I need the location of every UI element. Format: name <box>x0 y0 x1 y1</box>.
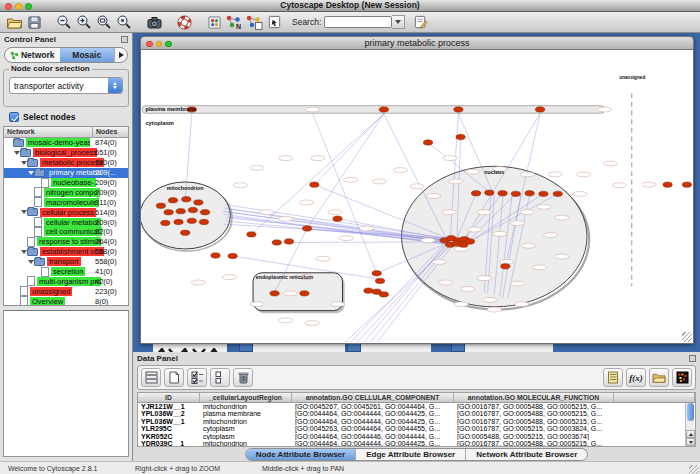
background-window-fragment[interactable] <box>239 343 253 352</box>
network-node[interactable] <box>553 191 562 196</box>
tab-edge-attribute-browser[interactable]: Edge Attribute Browser <box>356 449 466 460</box>
zoom-icon[interactable] <box>165 41 172 48</box>
minimize-button[interactable] <box>15 3 22 10</box>
tree-row[interactable]: biological_process651(0) <box>4 148 128 158</box>
network-node[interactable] <box>188 207 197 212</box>
background-window-fragment[interactable] <box>253 343 345 352</box>
background-window-fragment[interactable] <box>465 343 553 352</box>
filters-button[interactable] <box>244 13 264 32</box>
network-node[interactable] <box>364 288 373 293</box>
network-node[interactable] <box>379 107 388 112</box>
tree-expand-arrow[interactable] <box>27 260 34 264</box>
tree-row[interactable]: establishment of lo558(0) <box>4 247 128 257</box>
table-row[interactable]: YPL036W__1mitochondrion[GO:0044464, GO:0… <box>138 418 695 426</box>
network-node[interactable] <box>270 291 279 296</box>
node-color-dropdown[interactable]: transporter activity <box>9 77 123 94</box>
window-resize-grip[interactable] <box>682 332 692 342</box>
birdseye-view[interactable] <box>3 310 129 457</box>
tree-row[interactable]: mosaic-demo-yeast874(0) <box>4 138 128 148</box>
scrollbar-thumb[interactable] <box>687 403 694 421</box>
float-panel-icon[interactable] <box>689 355 696 362</box>
network-node[interactable] <box>302 226 311 231</box>
table-column-header[interactable]: _cellularLayoutRegion <box>200 393 292 402</box>
network-window-controls[interactable] <box>146 41 172 48</box>
tree-row[interactable]: nitrogen compo209(0) <box>4 187 128 197</box>
network-node[interactable] <box>539 191 548 196</box>
zoom-in-button[interactable] <box>74 13 94 32</box>
annotations-button[interactable] <box>264 13 284 32</box>
zoom-fit-button[interactable] <box>94 13 114 32</box>
network-node[interactable] <box>663 182 672 187</box>
tree-row[interactable]: primary metabo209(... <box>4 168 128 178</box>
tree-row[interactable]: response to stimulu264(0) <box>4 237 128 247</box>
unselect-attributes-button[interactable] <box>210 368 230 387</box>
tree-row[interactable]: transport558(0) <box>4 257 128 267</box>
table-row[interactable]: YPL036W__2plasma membrane[GO:0044464, GO… <box>138 410 695 418</box>
save-session-button[interactable] <box>24 13 44 32</box>
table-row[interactable]: YDR039C__1mitochondrion[GO:0044464, GO:0… <box>138 440 695 447</box>
network-node[interactable] <box>168 198 177 203</box>
formula-builder-button[interactable]: f(x) <box>626 368 646 387</box>
network-node[interactable] <box>456 134 465 139</box>
zoom-selected-button[interactable] <box>114 13 134 32</box>
background-window-fragment[interactable] <box>451 343 465 352</box>
minimize-icon[interactable] <box>156 41 163 48</box>
heatmap-button[interactable] <box>672 368 692 387</box>
network-node[interactable] <box>272 240 281 245</box>
network-node[interactable] <box>310 182 319 187</box>
network-node[interactable] <box>498 191 507 196</box>
link-editor-button[interactable] <box>410 13 430 32</box>
network-node[interactable] <box>161 220 170 225</box>
network-node[interactable] <box>164 210 173 215</box>
network-node[interactable] <box>375 278 384 283</box>
search-dropdown-button[interactable] <box>392 15 405 29</box>
import-attributes-button[interactable] <box>649 368 669 387</box>
tab-node-attribute-browser[interactable]: Node Attribute Browser <box>246 449 357 460</box>
network-node[interactable] <box>465 239 474 244</box>
window-controls[interactable] <box>5 3 32 10</box>
zoom-button[interactable] <box>25 3 32 10</box>
app-resize-grip[interactable] <box>689 465 699 474</box>
network-node[interactable] <box>211 253 220 258</box>
close-button[interactable] <box>5 3 12 10</box>
tab-network[interactable]: Network <box>5 48 60 62</box>
plugin-manager-button[interactable] <box>204 13 224 32</box>
tree-row[interactable]: metabolic process280(0) <box>4 158 128 168</box>
tree-row[interactable]: nucleobase-209(0) <box>4 178 128 188</box>
snapshot-button[interactable] <box>144 13 164 32</box>
network-window-titlebar[interactable]: primary metabolic process <box>140 36 694 50</box>
tree-expand-arrow[interactable] <box>13 151 20 155</box>
network-node[interactable] <box>501 264 510 269</box>
table-row[interactable]: YJR121W__1mitochondrion[GO:0045267, GO:0… <box>138 403 695 411</box>
network-node[interactable] <box>379 292 388 297</box>
network-node[interactable] <box>228 253 237 258</box>
background-window-thumbnail[interactable] <box>153 343 227 352</box>
network-node[interactable] <box>200 210 209 215</box>
table-column-header[interactable]: annotation.GO CELLULAR_COMPONENT <box>292 393 454 402</box>
tree-expand-arrow[interactable] <box>20 161 27 165</box>
scroll-down-button[interactable] <box>686 438 695 446</box>
search-input[interactable] <box>324 16 392 28</box>
help-button[interactable] <box>174 13 194 32</box>
network-node[interactable] <box>471 191 480 196</box>
tree-row[interactable]: cell communicat22(0) <box>4 227 128 237</box>
network-node[interactable] <box>511 191 520 196</box>
background-window-fragment[interactable] <box>361 343 431 352</box>
select-attributes-button[interactable] <box>187 368 207 387</box>
attribute-list-button[interactable] <box>603 368 623 387</box>
tree-row[interactable]: cellular metabol209(0) <box>4 217 128 227</box>
network-node[interactable] <box>284 239 293 244</box>
network-node[interactable] <box>176 208 185 213</box>
background-window-fragment[interactable] <box>347 343 361 352</box>
network-node[interactable] <box>156 203 165 208</box>
float-panel-icon[interactable] <box>121 36 128 43</box>
network-node[interactable] <box>454 107 463 112</box>
tree-row[interactable]: Overview8(0) <box>4 296 128 306</box>
scrollbar-arrows[interactable] <box>686 430 695 446</box>
vizmapper-button[interactable]: N <box>224 13 244 32</box>
select-nodes-checkbox[interactable] <box>9 112 19 122</box>
tree-row[interactable]: macromolecule311(0) <box>4 197 128 207</box>
table-column-header[interactable]: ID <box>138 393 200 402</box>
network-canvas[interactable]: plasma membranecytoplasmmitochondrionnuc… <box>141 50 693 342</box>
tree-row[interactable]: secretion41(0) <box>4 267 128 277</box>
